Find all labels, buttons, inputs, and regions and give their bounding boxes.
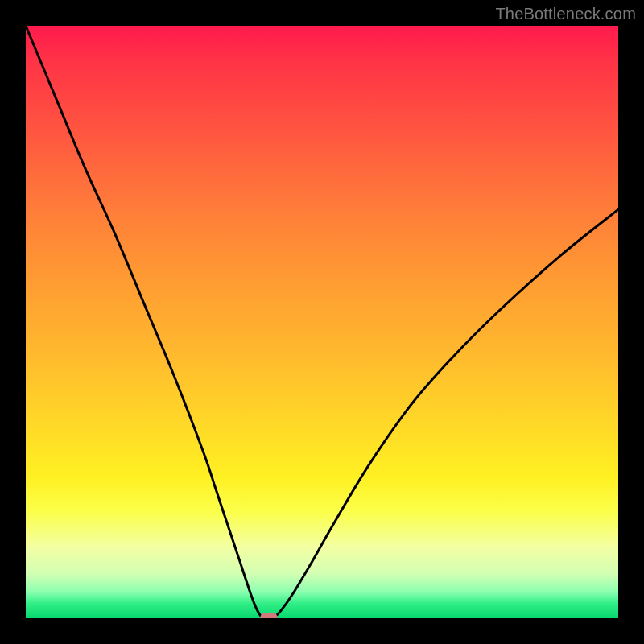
watermark-text: TheBottleneck.com xyxy=(495,5,636,23)
optimal-point-marker xyxy=(260,613,278,618)
chart-frame: TheBottleneck.com xyxy=(0,0,644,644)
plot-area xyxy=(26,26,618,618)
bottleneck-curve xyxy=(26,26,618,618)
